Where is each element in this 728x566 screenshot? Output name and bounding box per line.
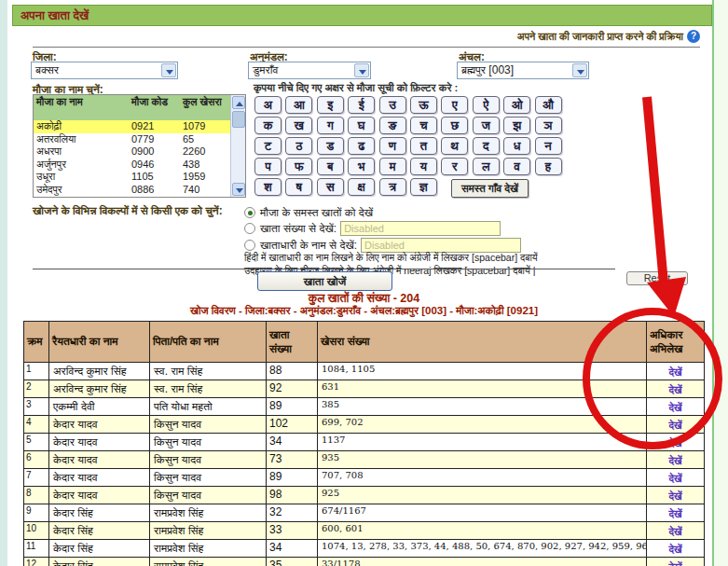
radio-all-accounts[interactable] (244, 207, 255, 218)
radio-by-khata[interactable] (244, 223, 255, 234)
view-record-link[interactable]: देखें (668, 473, 681, 484)
letter-key[interactable]: श (254, 178, 282, 196)
help-link[interactable]: अपने खाता की जानकारी प्राप्त करने की प्र… (517, 31, 683, 42)
mauza-scrollbar[interactable] (230, 95, 245, 197)
letter-key[interactable]: ण (379, 137, 406, 155)
view-record-link[interactable]: देखें (668, 544, 681, 555)
letter-key[interactable]: ई (348, 96, 375, 114)
district-select[interactable]: बक्सर (31, 62, 178, 79)
row-father-name: किसुन यादव (150, 487, 267, 504)
letter-key[interactable]: ऐ (473, 96, 500, 114)
letter-key[interactable]: त (410, 137, 437, 155)
row-khata-number: 33 (267, 522, 318, 540)
letter-key[interactable]: ज्ञ (410, 178, 437, 196)
view-record-link[interactable]: देखें (668, 384, 681, 395)
letter-key[interactable]: ट (254, 137, 282, 155)
letter-key[interactable]: न (535, 137, 562, 155)
view-record-link[interactable]: देखें (668, 366, 681, 378)
row-serial: 1 (24, 363, 49, 380)
view-record-link[interactable]: देखें (668, 561, 681, 566)
letter-key[interactable]: ञ (535, 117, 562, 134)
chevron-down-icon[interactable] (572, 63, 587, 77)
letter-key[interactable]: ब (317, 158, 344, 175)
letter-key[interactable]: प (254, 158, 282, 175)
letter-key[interactable]: र (441, 158, 468, 175)
row-khesra-number: 631 (318, 380, 647, 398)
scrollbar-thumb[interactable] (232, 111, 245, 128)
letter-key[interactable]: ए (441, 96, 468, 114)
help-question-icon[interactable] (687, 30, 700, 43)
header-khata-number: खाता संख्या (267, 322, 318, 363)
letter-key[interactable]: क्ष (348, 178, 375, 196)
letter-key[interactable]: फ (285, 158, 312, 175)
view-record-link[interactable]: देखें (668, 526, 681, 537)
view-record-link[interactable]: देखें (668, 402, 681, 413)
letter-key[interactable]: भ (348, 158, 375, 175)
letter-key[interactable]: ध (503, 137, 530, 155)
letter-key[interactable]: क (254, 117, 282, 134)
subdivision-select[interactable]: डुमराँव (248, 62, 371, 79)
view-record-link[interactable]: देखें (668, 490, 681, 502)
view-record-link[interactable]: देखें (668, 455, 681, 466)
letter-key[interactable]: उ (379, 96, 406, 114)
scroll-down-icon[interactable] (232, 183, 245, 196)
letter-key[interactable]: इ (317, 96, 344, 114)
table-row: 4 केदार यादव किसुन यादव 102 699, 702 देख… (24, 416, 705, 434)
mauza-list-item[interactable]: उधूरा 1105 1959 (34, 171, 231, 184)
letter-key[interactable]: ल (473, 158, 500, 175)
letter-key[interactable]: व (503, 158, 530, 175)
row-holder-name: अरविन्द कुमार सिंह (49, 363, 150, 380)
letter-key[interactable]: ओ (503, 96, 530, 114)
mauza-khesra-count: 65 (180, 133, 231, 146)
khata-number-input[interactable] (340, 221, 501, 236)
row-khesra-number: 385 (318, 398, 647, 416)
letter-key[interactable]: ह (535, 158, 562, 175)
letter-key[interactable]: ङ (379, 117, 406, 134)
mauza-list-item[interactable]: अर्जुनपुर 0946 438 (34, 159, 231, 172)
letter-key[interactable]: द (473, 137, 500, 155)
letter-key[interactable]: त्र (379, 178, 406, 196)
mauza-code: 0900 (129, 145, 180, 159)
radio-by-name[interactable] (244, 240, 255, 251)
letter-key[interactable]: च (410, 117, 437, 134)
letter-key[interactable]: ष (285, 178, 312, 196)
letter-key[interactable]: ख (285, 117, 312, 134)
letter-key[interactable]: स (317, 178, 344, 196)
letter-key[interactable]: ड (317, 137, 344, 155)
mauza-name: अतरवलिया (34, 133, 129, 146)
letter-key[interactable]: म (379, 158, 406, 175)
circle-select[interactable]: ब्रह्मपुर [003] (457, 62, 589, 79)
mauza-list-item[interactable]: अतरवलिया 0779 65 (34, 133, 231, 146)
letter-key[interactable]: ढ (348, 137, 375, 155)
search-khata-button[interactable]: खाता खोजें (257, 271, 392, 291)
reset-button[interactable]: Reset (626, 271, 688, 285)
page-title: अपना खाता देखें (12, 5, 712, 26)
chevron-down-icon[interactable] (161, 63, 176, 77)
letter-key[interactable]: ठ (285, 137, 312, 155)
letter-key[interactable]: छ (441, 117, 468, 134)
mauza-list-item[interactable]: उमेदपुर 0886 740 (34, 184, 231, 197)
row-father-name: किसुन यादव (150, 469, 267, 487)
letter-key[interactable]: ग (317, 117, 344, 134)
letter-key[interactable]: ऊ (410, 96, 437, 114)
mauza-list-item[interactable]: अकोढ़ी 0921 1079 (34, 120, 231, 133)
view-record-link[interactable]: देखें (668, 508, 681, 519)
letter-key[interactable]: ज (473, 117, 500, 134)
letter-key[interactable]: थ (441, 137, 468, 155)
letter-key[interactable]: य (410, 158, 437, 175)
scroll-up-icon[interactable] (232, 96, 245, 109)
row-serial: 8 (24, 487, 49, 504)
letter-key[interactable]: झ (503, 117, 530, 134)
letter-key[interactable]: अ (254, 96, 282, 114)
chevron-down-icon[interactable] (354, 63, 369, 77)
results-body: 1 अरविन्द कुमार सिंह स्व. राम सिंह 88 10… (24, 363, 705, 566)
mauza-list-item[interactable]: अधरपा 0900 2260 (34, 145, 231, 159)
letter-key[interactable]: घ (348, 117, 375, 134)
view-record-link[interactable]: देखें (668, 437, 681, 449)
holder-name-input[interactable] (361, 238, 521, 253)
row-father-name: किसुन यादव (150, 434, 267, 451)
all-villages-button[interactable]: समस्त गाँव देखें (451, 179, 529, 198)
letter-key[interactable]: आ (285, 96, 312, 114)
letter-key[interactable]: औ (535, 96, 562, 114)
view-record-link[interactable]: देखें (668, 420, 681, 431)
